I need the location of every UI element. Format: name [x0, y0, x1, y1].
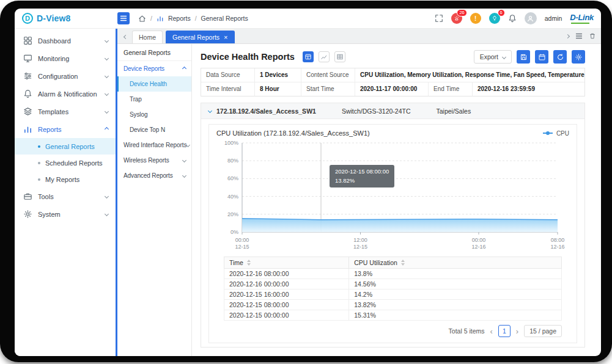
column-header-time[interactable]: Time — [224, 257, 349, 269]
subnav-item-trap[interactable]: Trap — [117, 92, 191, 107]
warning-alarm-icon[interactable]: ! — [470, 13, 481, 24]
subnav-item-label: Device Health — [130, 81, 167, 87]
app-name: D-View8 — [37, 13, 71, 23]
cpu-data-table: Time CPU Utilization — [224, 257, 562, 321]
svg-text:0%: 0% — [230, 229, 238, 235]
table-row[interactable]: 2020-12-16 00:00:00 14.56% — [224, 279, 562, 289]
dashboard-icon — [23, 36, 32, 45]
device-collapse-toggle[interactable]: 172.18.192.4/Sales_Access_SW1 — [208, 107, 316, 115]
sort-icon[interactable] — [401, 260, 405, 266]
subnav-item-advanced-reports[interactable]: Advanced Reports — [117, 168, 191, 183]
export-button[interactable]: Export — [474, 50, 512, 64]
legend-line-icon — [543, 133, 553, 134]
subnav-item-wireless-reports[interactable]: Wireless Reports — [117, 153, 191, 168]
chevron-down-icon — [208, 109, 212, 113]
cpu-chart[interactable]: 0%20%40%60%80%100%00:0012-1512:0012-1500… — [216, 138, 569, 253]
svg-text:00:00: 00:00 — [472, 237, 486, 243]
previous-page-button[interactable]: ‹ — [490, 327, 493, 335]
settings-button[interactable] — [572, 50, 585, 64]
svg-text:60%: 60% — [227, 175, 238, 181]
svg-text:20%: 20% — [227, 211, 238, 217]
sort-icon[interactable] — [247, 260, 251, 266]
chevron-down-icon — [105, 92, 109, 96]
table-row[interactable]: 2020-12-15 08:00:00 13.82% — [224, 300, 562, 310]
sidebar-item-tools[interactable]: Tools — [15, 187, 116, 205]
subnav-item-syslog[interactable]: Syslog — [117, 107, 191, 122]
chevron-down-icon — [105, 194, 109, 198]
sidebar-item-reports[interactable]: Reports — [15, 120, 116, 138]
table-row[interactable]: 2020-12-15 00:00:00 15.31% — [224, 310, 562, 321]
end-time-label: End Time — [429, 82, 473, 96]
time-interval-value: 8 Hour — [255, 82, 301, 96]
main-content: Device Health Reports — [192, 44, 601, 356]
breadcrumb-section[interactable]: Reports — [168, 15, 191, 22]
cell-cpu: 14.56% — [349, 279, 562, 289]
sidebar-item-monitoring[interactable]: Monitoring — [15, 49, 116, 67]
tab-label: Home — [139, 34, 156, 41]
screenshot-stage: D D-View8 / R — [0, 0, 612, 364]
breadcrumb-page[interactable]: General Reports — [201, 15, 248, 22]
hint-badge: 6 — [498, 9, 505, 16]
chart-view-button[interactable] — [319, 51, 330, 62]
app-logo[interactable]: D D-View8 — [22, 13, 117, 24]
page-size-select[interactable]: 15 / page — [524, 325, 562, 337]
subnav-item-label: Wireless Reports — [124, 157, 169, 164]
tab-scroll-right-button[interactable] — [566, 35, 569, 38]
sidebar-item-general-reports[interactable]: General Reports — [15, 138, 116, 155]
fullscreen-icon[interactable] — [435, 14, 443, 23]
svg-text:08:00: 08:00 — [551, 237, 565, 243]
sidebar-item-alarm-notification[interactable]: Alarm & Notification — [15, 85, 116, 103]
close-icon[interactable]: × — [224, 34, 227, 41]
grid-view-button[interactable] — [303, 51, 314, 62]
sidebar-item-label: Reports — [38, 126, 62, 133]
sidebar-item-scheduled-reports[interactable]: Scheduled Reports — [15, 155, 116, 171]
refresh-button[interactable] — [553, 50, 567, 64]
alarm-notification-icon — [23, 89, 32, 98]
table-view-button[interactable] — [334, 51, 345, 62]
chevron-down-icon — [186, 143, 190, 147]
svg-text:12-16: 12-16 — [550, 244, 564, 250]
hint-bulb-icon[interactable]: 6 — [489, 13, 500, 24]
next-page-button[interactable]: › — [516, 327, 518, 335]
time-interval-label: Time Interval — [201, 82, 255, 96]
tab-general-reports[interactable]: General Reports × — [166, 31, 234, 43]
subnav-item-device-health[interactable]: Device Health — [117, 76, 191, 92]
username[interactable]: admin — [545, 15, 562, 22]
sidebar-item-label: Scheduled Reports — [45, 159, 103, 167]
sidebar-item-templates[interactable]: Templates — [15, 103, 116, 120]
home-icon[interactable] — [138, 15, 146, 23]
table-row[interactable]: 2020-12-15 16:00:00 14.2% — [224, 289, 562, 300]
svg-text:12:00: 12:00 — [353, 237, 367, 243]
tab-list-button[interactable] — [575, 32, 583, 40]
header-actions: 26 ! 6 — [435, 12, 594, 24]
column-header-cpu-utilization[interactable]: CPU Utilization — [349, 257, 562, 269]
sidebar-item-system[interactable]: System — [15, 205, 116, 223]
tab-home[interactable]: Home — [132, 31, 163, 43]
page-number-button[interactable]: 1 — [498, 325, 511, 337]
close-all-tabs-button[interactable] — [589, 32, 596, 40]
sidebar-collapse-button[interactable] — [117, 12, 130, 24]
chevron-right-icon — [566, 34, 570, 38]
sidebar-item-my-reports[interactable]: My Reports — [15, 171, 116, 187]
subnav-item-device-top-n[interactable]: Device Top N — [117, 122, 191, 137]
legend-cpu[interactable]: CPU — [543, 130, 569, 137]
sidebar-item-dashboard[interactable]: Dashboard — [15, 32, 116, 49]
cell-time: 2020-12-16 08:00:00 — [224, 269, 349, 279]
critical-alarm-icon[interactable]: 26 — [451, 13, 462, 24]
user-avatar-icon[interactable] — [525, 12, 537, 24]
sidebar-item-configuration[interactable]: Configuration — [15, 67, 116, 85]
tab-scroll-left-button[interactable] — [122, 31, 129, 43]
notification-bell-icon[interactable] — [508, 14, 517, 23]
content-source-label: Content Source — [301, 68, 355, 82]
table-view-icon — [336, 53, 344, 60]
start-time-value: 2020-11-17 00:00:00 — [355, 82, 429, 96]
page-title: Device Health Reports — [201, 52, 295, 62]
schedule-report-button[interactable] — [535, 50, 548, 64]
subnav-item-wired-interface-reports[interactable]: Wired Interface Reports — [117, 137, 191, 153]
table-row[interactable]: 2020-12-16 08:00:00 13.8% — [224, 269, 562, 279]
subnav-item-device-reports[interactable]: Device Reports — [117, 61, 191, 76]
subnav-item-label: Device Top N — [130, 126, 165, 133]
save-report-button[interactable] — [517, 50, 530, 64]
cell-cpu: 14.2% — [349, 289, 562, 300]
svg-text:12-16: 12-16 — [471, 244, 485, 250]
